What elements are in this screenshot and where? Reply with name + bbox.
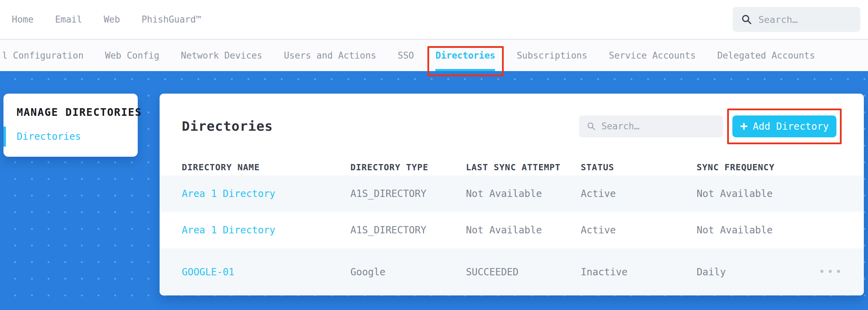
add-directory-button[interactable]: + Add Directory	[732, 115, 836, 137]
directories-card: Directories + Add Directory	[160, 94, 864, 295]
cell-last-sync: Not Available	[466, 224, 581, 236]
directories-search-input[interactable]	[602, 121, 715, 131]
cell-last-sync: SUCCEEDED	[466, 266, 581, 278]
topnav-item-phishguard[interactable]: PhishGuard™	[142, 14, 201, 25]
global-search-input[interactable]	[758, 14, 852, 25]
cell-frequency: Daily	[697, 266, 819, 278]
cell-status: Inactive	[581, 266, 697, 278]
annotation-box-add-directory: + Add Directory	[727, 109, 842, 144]
directory-name-link[interactable]: GOOGLE-01	[182, 266, 350, 278]
search-icon	[587, 121, 596, 131]
cell-status: Active	[581, 188, 697, 199]
tab-service-accounts[interactable]: Service Accounts	[609, 40, 696, 71]
col-directory-name: DIRECTORY NAME	[182, 162, 350, 172]
directories-search[interactable]	[579, 115, 723, 137]
tab-delegated-accounts[interactable]: Delegated Accounts	[717, 40, 815, 71]
table-row: Area 1 Directory A1S_DIRECTORY Not Avail…	[160, 175, 864, 212]
top-nav-items: Home Email Web PhishGuard™	[12, 14, 201, 25]
table-row: GOOGLE-01 Google SUCCEEDED Inactive Dail…	[160, 248, 864, 295]
tab-web-config[interactable]: Web Config	[105, 40, 160, 71]
topnav-item-home[interactable]: Home	[12, 14, 34, 25]
top-navigation-bar: Home Email Web PhishGuard™	[0, 0, 868, 39]
tab-directories-label: Directories	[435, 50, 495, 61]
table-header-row: DIRECTORY NAME DIRECTORY TYPE LAST SYNC …	[160, 159, 864, 175]
manage-directories-panel: MANAGE DIRECTORIES Directories	[3, 94, 138, 157]
sidebar-item-label: Directories	[17, 131, 81, 142]
cell-directory-type: A1S_DIRECTORY	[350, 224, 466, 236]
sidebar-item-directories[interactable]: Directories	[17, 131, 125, 143]
cell-last-sync: Not Available	[466, 188, 581, 199]
global-search[interactable]	[733, 7, 860, 32]
tab-directories[interactable]: Directories	[435, 40, 495, 71]
ellipsis-icon[interactable]: •••	[819, 267, 844, 277]
table-row: Area 1 Directory A1S_DIRECTORY Not Avail…	[160, 212, 864, 248]
directory-name-link[interactable]: Area 1 Directory	[182, 224, 350, 236]
add-directory-label: Add Directory	[753, 121, 829, 132]
cell-directory-type: Google	[350, 266, 466, 278]
card-header: Directories + Add Directory	[160, 94, 864, 159]
cell-directory-type: A1S_DIRECTORY	[350, 188, 466, 199]
col-sync-frequency: SYNC FREQUENCY	[697, 162, 819, 172]
active-item-indicator	[3, 127, 6, 147]
cell-actions: •••	[819, 267, 858, 277]
col-last-sync-attempt: LAST SYNC ATTEMPT	[466, 162, 581, 172]
active-tab-underline	[435, 69, 495, 71]
directory-name-link[interactable]: Area 1 Directory	[182, 188, 350, 199]
cell-frequency: Not Available	[697, 224, 819, 236]
content-area: MANAGE DIRECTORIES Directories Directori…	[0, 71, 868, 310]
tab-sso[interactable]: SSO	[398, 40, 414, 71]
topnav-item-web[interactable]: Web	[104, 14, 120, 25]
col-status: STATUS	[581, 162, 697, 172]
plus-icon: +	[740, 120, 748, 132]
tab-subscriptions[interactable]: Subscriptions	[517, 40, 587, 71]
tab-network-devices[interactable]: Network Devices	[181, 40, 262, 71]
tab-email-configuration[interactable]: l Configuration	[2, 40, 84, 71]
search-icon	[741, 14, 752, 25]
tab-users-and-actions[interactable]: Users and Actions	[284, 40, 376, 71]
cell-status: Active	[581, 224, 697, 236]
panel-title: MANAGE DIRECTORIES	[17, 106, 125, 118]
cell-frequency: Not Available	[697, 188, 819, 199]
page-title: Directories	[182, 119, 273, 134]
secondary-navigation-bar: l Configuration Web Config Network Devic…	[0, 40, 868, 71]
col-directory-type: DIRECTORY TYPE	[350, 162, 466, 172]
topnav-item-email[interactable]: Email	[55, 14, 82, 25]
header-controls: + Add Directory	[579, 109, 842, 144]
